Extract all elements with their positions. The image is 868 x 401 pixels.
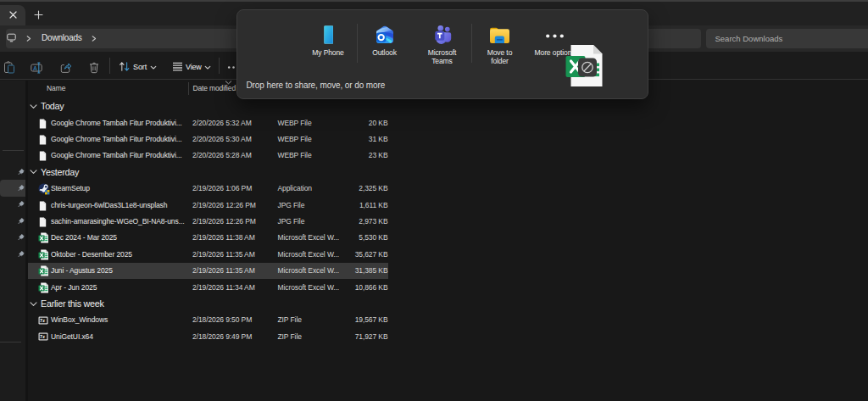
- svg-text:A: A: [33, 65, 37, 71]
